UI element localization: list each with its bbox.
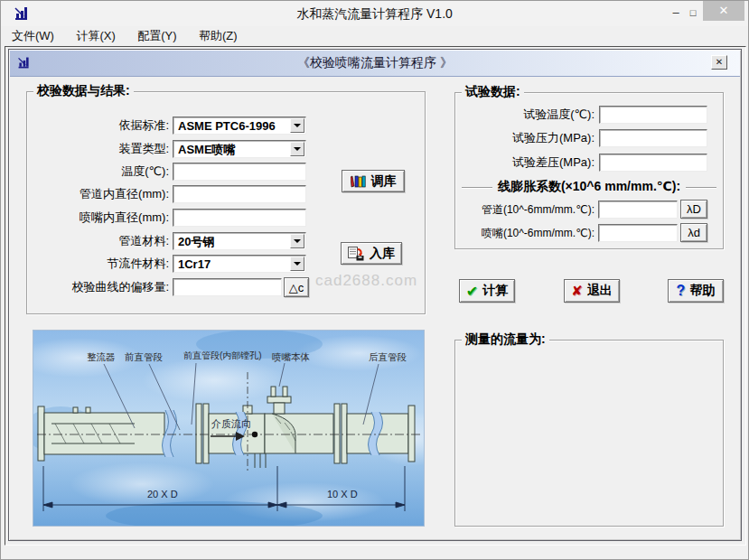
temperature-input[interactable] — [173, 163, 306, 181]
test-pressure-input[interactable] — [599, 129, 707, 147]
device-type-label: 装置类型: — [24, 140, 169, 158]
result-groupbox: 测量的流量为: — [454, 340, 724, 527]
close-button[interactable]: ✕ — [703, 1, 744, 21]
main-window: 水和蒸汽流量计算程序 V1.0 – □ ✕ 文件(W) 计算(X) 配置(Y) … — [0, 0, 749, 560]
lambda-D-button[interactable]: λD — [680, 200, 707, 219]
load-db-label: 调库 — [371, 173, 397, 190]
straightener-label: 整流器 — [87, 351, 116, 362]
watermark: cad2688.com — [315, 272, 417, 290]
throttle-material-value: 1Cr17 — [178, 257, 211, 272]
flow-direction-label: 介质流向 — [211, 418, 251, 429]
window-title: 水和蒸汽流量计算程序 V1.0 — [109, 6, 640, 23]
curve-offset-input[interactable] — [173, 278, 282, 296]
menu-help[interactable]: 帮助(Z) — [190, 26, 247, 46]
pipe-material-combobox[interactable]: 20号钢 — [173, 232, 306, 250]
device-type-value: ASME喷嘴 — [178, 142, 236, 157]
standard-value: ASME PTC6-1996 — [178, 118, 276, 134]
pipe-material-label: 管道材料: — [24, 232, 169, 250]
expansion-coefficient-header: 线膨胀系数(×10^6 mm/mm.℃): — [462, 179, 716, 195]
minimize-button[interactable]: – — [668, 3, 684, 23]
test-temperature-label: 试验温度(℃): — [453, 106, 595, 124]
front-pipe-label: 前直管段 — [125, 351, 164, 362]
pipe-expansion-label: 管道(10^-6mm/mm.℃): — [451, 201, 595, 219]
test-diff-pressure-label: 试验差压(MPa): — [453, 154, 595, 172]
exit-label: 退出 — [587, 283, 613, 299]
throttle-material-dropdown-button[interactable] — [290, 257, 304, 271]
test-pressure-label: 试验压力(MPa): — [453, 129, 595, 147]
nozzle-pipe-diagram: 介质流向 整流器 前直管段 前直管段(内部镗孔) 喷嘴本体 后直管段 — [33, 330, 425, 527]
save-db-button[interactable]: 入库 — [341, 242, 402, 265]
dim-10d-label: 10 X D — [327, 489, 358, 499]
rear-pipe-label: 后直管段 — [369, 351, 407, 362]
help-button[interactable]: ? 帮助 — [668, 279, 724, 303]
test-temperature-input[interactable] — [599, 106, 707, 124]
menu-calculate[interactable]: 计算(X) — [67, 26, 124, 46]
exit-button[interactable]: ✘ 退出 — [564, 279, 620, 303]
temperature-label: 温度(℃): — [24, 163, 169, 181]
menu-bar: 文件(W) 计算(X) 配置(Y) 帮助(Z) — [3, 26, 748, 46]
pipe-diameter-input[interactable] — [173, 185, 306, 203]
app-icon — [13, 5, 31, 23]
help-label: 帮助 — [689, 283, 715, 299]
nozzle-diameter-label: 喷嘴内直径(mm): — [24, 209, 169, 227]
books-icon — [351, 174, 367, 188]
pipe-expansion-input[interactable] — [598, 201, 678, 219]
check-icon: ✔ — [466, 283, 478, 300]
throttle-material-label: 节流件材料: — [24, 255, 169, 273]
menu-config[interactable]: 配置(Y) — [128, 26, 185, 46]
chevron-down-icon — [294, 124, 301, 131]
curve-offset-label: 校验曲线的偏移量: — [24, 278, 169, 296]
child-titlebar: 《校验喷嘴流量计算程序 》 — [10, 51, 740, 77]
question-icon: ? — [677, 283, 686, 299]
menu-file[interactable]: 文件(W) — [3, 26, 63, 46]
chevron-down-icon — [294, 147, 301, 154]
main-titlebar: 水和蒸汽流量计算程序 V1.0 – □ ✕ — [1, 1, 748, 26]
nozzle-diameter-input[interactable] — [173, 209, 306, 227]
separator-line — [686, 187, 716, 188]
result-group-title: 测量的流量为: — [462, 331, 549, 348]
child-window-icon — [16, 55, 32, 70]
test-diff-pressure-input[interactable] — [599, 154, 707, 172]
nozzle-expansion-input[interactable] — [598, 224, 678, 242]
standard-dropdown-button[interactable] — [290, 118, 304, 133]
standard-label: 依据标准: — [24, 117, 169, 135]
x-icon: ✘ — [571, 283, 583, 299]
pipe-diameter-label: 管道内直径(mm): — [24, 185, 169, 203]
device-type-combobox[interactable]: ASME喷嘴 — [173, 140, 306, 158]
throttle-material-combobox[interactable]: 1Cr17 — [173, 255, 306, 273]
pipe-material-dropdown-button[interactable] — [290, 234, 304, 248]
chevron-down-icon — [294, 262, 301, 269]
calculate-button[interactable]: ✔ 计算 — [459, 279, 515, 303]
pipe-material-value: 20号钢 — [178, 234, 214, 249]
nozzle-expansion-label: 喷嘴(10^-6mm/mm.℃): — [451, 224, 595, 242]
front-pipe-bored-label: 前直管段(内部镗孔) — [183, 350, 262, 360]
expansion-coefficient-title: 线膨胀系数(×10^6 mm/mm.℃): — [498, 179, 680, 195]
child-window-title: 《校验喷嘴流量计算程序 》 — [64, 55, 686, 71]
nozzle-body-label: 喷嘴本体 — [272, 351, 310, 362]
save-to-library-icon — [348, 247, 365, 261]
maximize-button[interactable]: □ — [685, 3, 701, 23]
pipe-diagram-image: 介质流向 整流器 前直管段 前直管段(内部镗孔) 喷嘴本体 后直管段 — [33, 331, 424, 526]
lambda-d-button[interactable]: λd — [680, 223, 707, 242]
dim-20d-label: 20 X D — [147, 489, 178, 499]
calculate-label: 计算 — [482, 283, 508, 299]
standard-combobox[interactable]: ASME PTC6-1996 — [173, 117, 306, 135]
separator-line — [462, 187, 492, 188]
load-db-button[interactable]: 调库 — [342, 170, 405, 192]
calibration-group-title: 校验数据与结果: — [33, 83, 134, 99]
test-group-title: 试验数据: — [462, 84, 524, 100]
child-close-button[interactable]: ✕ — [711, 55, 727, 70]
device-type-dropdown-button[interactable] — [290, 142, 304, 156]
save-db-label: 入库 — [370, 246, 395, 262]
delta-c-button[interactable]: △c — [284, 277, 309, 297]
chevron-down-icon — [294, 239, 301, 247]
